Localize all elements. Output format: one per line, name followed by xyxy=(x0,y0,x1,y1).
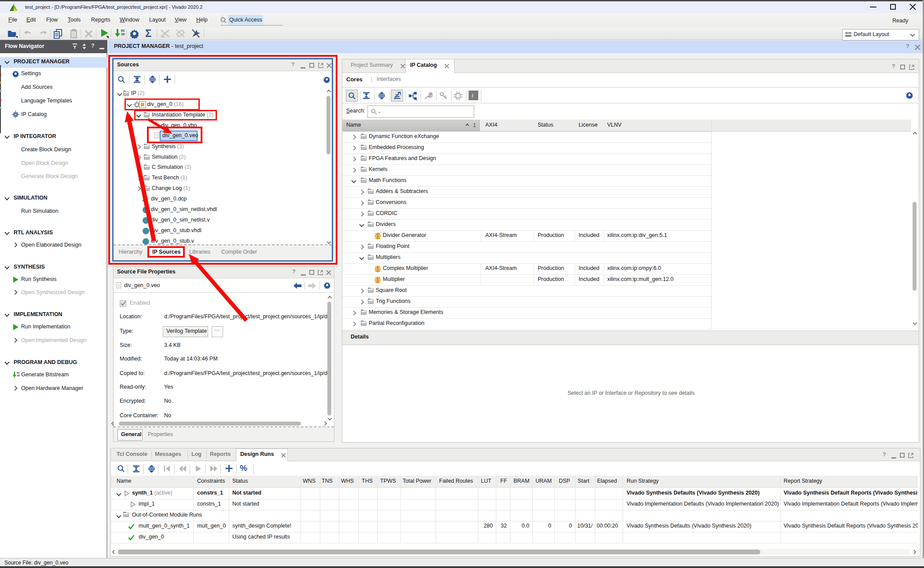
svg-text:10: 10 xyxy=(121,32,125,36)
svg-text:01: 01 xyxy=(17,371,20,374)
svg-text:10: 10 xyxy=(17,374,19,377)
